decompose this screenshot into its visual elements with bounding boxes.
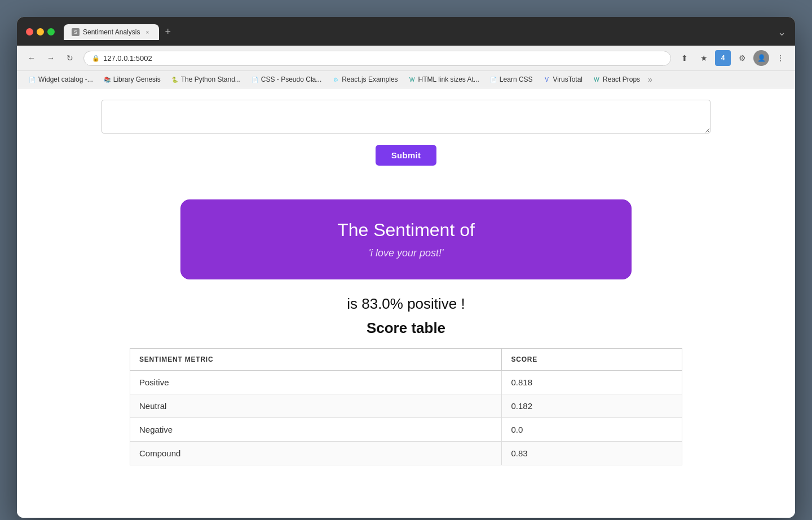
bookmark-library-genesis[interactable]: 📚 Library Genesis [99,74,165,85]
cell-metric: Neutral [130,394,502,418]
bookmark-react-props[interactable]: W React Props [588,74,645,85]
cell-metric: Positive [130,371,502,394]
score-table: SENTIMENT METRIC SCORE Positive0.818Neut… [130,348,682,465]
cell-score: 0.818 [502,371,682,394]
table-row: Compound0.83 [130,442,682,465]
bookmark-label: React Props [603,75,640,83]
browser-window: S Sentiment Analysis × + ⌄ ← → ↻ 🔒 127.0… [17,17,795,518]
widget-catalog-icon: 📄 [28,75,36,83]
cell-score: 0.182 [502,394,682,418]
score-table-title: Score table [102,319,710,337]
col-score: SCORE [502,349,682,371]
bookmark-label: Library Genesis [113,75,161,83]
active-tab[interactable]: S Sentiment Analysis × [64,24,159,40]
browser-toolbar: ← → ↻ 🔒 127.0.0.1:5002 ⬆ ★ 4 ⚙ 👤 ⋮ [17,46,795,71]
browser-controls: S Sentiment Analysis × + ⌄ [26,24,786,40]
table-row: Neutral0.182 [130,394,682,418]
sentiment-card-text: 'i love your post!' [203,247,609,259]
col-metric: SENTIMENT METRIC [130,349,502,371]
back-button[interactable]: ← [24,50,39,66]
extensions-button[interactable]: ⚙ [734,50,750,66]
lock-icon: 🔒 [92,55,100,62]
react-props-icon: W [593,75,601,83]
refresh-button[interactable]: ↻ [62,50,78,66]
traffic-lights [26,28,55,35]
bookmark-label: Learn CSS [500,75,533,83]
bookmark-virustotal[interactable]: V VirusTotal [539,74,587,85]
library-genesis-icon: 📚 [103,75,111,83]
bookmark-label: VirusTotal [553,75,582,83]
sentiment-card-title: The Sentiment of [203,220,609,241]
profile-button[interactable]: 👤 [753,50,769,66]
tab-title: Sentiment Analysis [83,28,140,36]
forward-button[interactable]: → [43,50,59,66]
bookmark-css-pseudo[interactable]: 📄 CSS - Pseudo Cla... [246,74,326,85]
bookmark-label: CSS - Pseudo Cla... [261,75,321,83]
close-window-button[interactable] [26,28,33,35]
cell-metric: Negative [130,418,502,442]
virustotal-icon: V [543,75,551,83]
sentiment-result: is 83.0% positive ! [102,295,710,313]
extension-icon[interactable]: 4 [715,50,731,66]
bookmark-label: React.js Examples [342,75,398,83]
html-icon: W [408,75,416,83]
bookmark-learn-css[interactable]: 📄 Learn CSS [485,74,537,85]
minimize-window-button[interactable] [37,28,44,35]
table-row: Positive0.818 [130,371,682,394]
table-header-row: SENTIMENT METRIC SCORE [130,349,682,371]
menu-button[interactable]: ⋮ [773,50,788,66]
submit-button[interactable]: Submit [376,145,437,166]
page-content: Submit The Sentiment of 'i love your pos… [17,88,795,518]
cell-metric: Compound [130,442,502,465]
address-text: 127.0.0.1:5002 [103,54,152,63]
bookmark-widget-catalog[interactable]: 📄 Widget catalog -... [24,74,98,85]
cell-score: 0.0 [502,418,682,442]
bookmark-html-link[interactable]: W HTML link sizes At... [404,74,484,85]
python-icon: 🐍 [171,75,179,83]
bookmark-label: HTML link sizes At... [418,75,479,83]
nav-buttons: ← → ↻ [24,50,78,66]
textarea-wrapper [102,100,710,136]
bookmark-reactjs[interactable]: ⚙ React.js Examples [327,74,402,85]
css-icon: 📄 [251,75,259,83]
bookmarks-more-button[interactable]: » [648,75,652,84]
browser-titlebar: S Sentiment Analysis × + ⌄ [17,17,795,46]
toolbar-actions: ⬆ ★ 4 ⚙ 👤 ⋮ [677,50,788,66]
table-body: Positive0.818Neutral0.182Negative0.0Comp… [130,371,682,465]
table-row: Negative0.0 [130,418,682,442]
bookmark-button[interactable]: ★ [696,50,712,66]
avatar: 👤 [753,50,769,66]
react-icon: ⚙ [332,75,339,83]
tab-close-button[interactable]: × [143,28,151,36]
learn-css-icon: 📄 [489,75,497,83]
submit-wrapper: Submit [102,145,710,166]
address-bar[interactable]: 🔒 127.0.0.1:5002 [83,51,671,66]
share-button[interactable]: ⬆ [677,50,692,66]
text-input[interactable] [102,100,710,134]
sentiment-card: The Sentiment of 'i love your post!' [180,199,632,279]
table-header: SENTIMENT METRIC SCORE [130,349,682,371]
tab-favicon: S [72,28,80,36]
bookmarks-bar: 📄 Widget catalog -... 📚 Library Genesis … [17,71,795,88]
bookmark-label: Widget catalog -... [38,75,93,83]
maximize-window-button[interactable] [47,28,55,35]
page-inner: Submit The Sentiment of 'i love your pos… [90,88,722,488]
bookmark-python-stand[interactable]: 🐍 The Python Stand... [166,74,245,85]
chevron-down-icon[interactable]: ⌄ [778,26,786,38]
tab-bar: S Sentiment Analysis × + [64,24,769,40]
new-tab-button[interactable]: + [160,24,175,40]
bookmark-label: The Python Stand... [181,75,241,83]
cell-score: 0.83 [502,442,682,465]
